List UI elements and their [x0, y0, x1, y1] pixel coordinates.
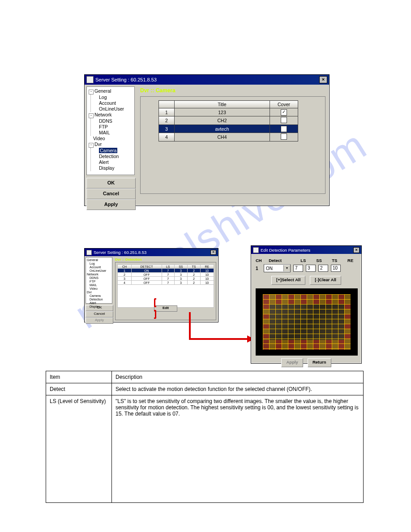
- re-input[interactable]: 10: [331, 265, 341, 272]
- cover-checkbox[interactable]: [281, 133, 287, 140]
- apply-button[interactable]: Apply: [281, 358, 303, 367]
- close-icon[interactable]: ×: [353, 247, 360, 253]
- cell-title[interactable]: 123: [175, 108, 270, 116]
- chevron-down-icon[interactable]: ▾: [283, 265, 290, 271]
- col-ss: SS: [174, 265, 187, 269]
- app-icon: [86, 250, 92, 255]
- tree-dvr[interactable]: Dvr: [94, 142, 102, 147]
- detect-combo[interactable]: ON ▾: [264, 264, 291, 272]
- tree-mail[interactable]: MAIL: [99, 130, 133, 136]
- clear-all-button[interactable]: [-]Clear All: [310, 276, 341, 285]
- detection-video-frame: [256, 288, 358, 356]
- ls-input[interactable]: 7: [293, 265, 303, 272]
- tree-account[interactable]: Account: [90, 266, 111, 269]
- tree-ftp[interactable]: FTP: [90, 280, 111, 283]
- tree-camera[interactable]: Camera: [99, 148, 117, 153]
- window-body: CH Detect LS SS TS RE 1 ON ▾ 7 3 2 10 [+…: [251, 254, 361, 371]
- edit-detection-parameters-window: Edit Detection Parameters × CH Detect LS…: [251, 245, 362, 364]
- cell-title[interactable]: CH2: [175, 116, 270, 125]
- desc-ls: "LS" is to set the sensitivity of compar…: [112, 395, 364, 503]
- tree-network[interactable]: Network: [94, 112, 112, 117]
- param-inputs: 1 ON ▾ 7 3 2 10: [256, 264, 357, 272]
- select-all-button[interactable]: [+]Select All: [271, 276, 305, 285]
- expander-icon[interactable]: -: [89, 90, 94, 94]
- table-row[interactable]: 3 avtech: [159, 125, 298, 133]
- left-pane: General Log Account OnLineUser Network D…: [85, 256, 113, 324]
- camera-table[interactable]: Title Cover 1 123 2 CH2: [158, 100, 298, 142]
- cancel-button[interactable]: Cancel: [86, 311, 113, 317]
- cell-title[interactable]: avtech: [175, 125, 270, 133]
- col-ch: CH: [118, 265, 132, 269]
- detect-value: ON: [264, 266, 283, 271]
- tree-display[interactable]: Display: [99, 165, 133, 171]
- table-row[interactable]: 4OFF73210: [118, 281, 214, 285]
- tree-video[interactable]: Video: [89, 136, 133, 142]
- ts-input[interactable]: 2: [318, 265, 328, 272]
- apply-button[interactable]: Apply: [86, 199, 136, 210]
- table-row[interactable]: 1 123: [159, 108, 298, 116]
- tree-alert[interactable]: Alert: [90, 301, 111, 305]
- ok-button[interactable]: OK: [86, 178, 136, 189]
- table-row[interactable]: 2 CH2: [159, 116, 298, 125]
- return-button[interactable]: Return: [308, 358, 331, 367]
- right-pane: Dvr :: Detection CH DETECT LS SS TS RE 1…: [113, 256, 218, 324]
- cover-checkbox[interactable]: [281, 126, 287, 132]
- tree-mail[interactable]: MAIL: [90, 283, 111, 287]
- tree-general[interactable]: General: [94, 88, 111, 94]
- panel-title: Dvr :: Detection: [115, 257, 216, 262]
- expander-icon[interactable]: -: [89, 113, 94, 118]
- item-detect: Detect: [46, 383, 112, 395]
- window-title: Server Setting : 60.251.8.53: [94, 250, 146, 255]
- app-icon: [86, 76, 94, 83]
- cover-checkbox[interactable]: [281, 117, 287, 123]
- table-row[interactable]: 2OFF73210: [118, 273, 214, 277]
- titlebar: Edit Detection Parameters ×: [251, 246, 361, 254]
- col-blank: [159, 101, 175, 108]
- tree-onlineuser[interactable]: OnLineUser: [99, 106, 133, 112]
- tree-dvr[interactable]: Dvr: [87, 291, 92, 294]
- col-ts: TS: [188, 265, 201, 269]
- tree-detection[interactable]: Detection: [99, 154, 133, 159]
- tree-general[interactable]: General: [87, 258, 98, 262]
- param-labels: CH Detect LS SS TS RE: [256, 257, 357, 263]
- cover-checkbox[interactable]: [281, 109, 287, 116]
- tree-ddns[interactable]: DDNS: [99, 118, 133, 124]
- detection-area-grid[interactable]: [263, 294, 351, 350]
- tree-onlineuser[interactable]: OnLineUser: [90, 269, 111, 273]
- cancel-button[interactable]: Cancel: [86, 189, 136, 199]
- tree-network[interactable]: Network: [87, 273, 98, 276]
- tree-video[interactable]: Video: [90, 287, 111, 291]
- tree-camera[interactable]: Camera: [90, 294, 111, 298]
- expander-icon[interactable]: -: [89, 143, 94, 148]
- cell-title[interactable]: CH4: [175, 133, 270, 142]
- left-pane: -General Log Account OnLineUser -Network…: [85, 85, 137, 212]
- panel-title: Dvr :: Camera: [140, 87, 325, 96]
- tree-log[interactable]: Log: [99, 94, 133, 100]
- label-ss: SS: [316, 258, 325, 263]
- col-re: RE: [200, 265, 214, 269]
- col-ls: LS: [162, 265, 174, 269]
- titlebar: Server Setting : 60.251.8.53 ×: [85, 249, 218, 256]
- label-ts: TS: [332, 258, 341, 263]
- desc-detect: Select to activate the motion detection …: [112, 383, 364, 395]
- edit-button[interactable]: Edit: [154, 305, 177, 312]
- apply-button[interactable]: Apply: [86, 317, 113, 324]
- edit-button-highlight: Edit: [154, 300, 177, 317]
- tree-alert[interactable]: Alert: [99, 159, 133, 165]
- tree-ftp[interactable]: FTP: [99, 124, 133, 130]
- table-row[interactable]: 1ON73210: [118, 269, 214, 273]
- tree-ddns[interactable]: DDNS: [90, 276, 111, 280]
- col-detect: DETECT: [132, 265, 162, 269]
- nav-tree[interactable]: General Log Account OnLineUser Network D…: [86, 257, 112, 304]
- tree-log[interactable]: Log: [90, 262, 111, 266]
- titlebar: Server Setting : 60.251.8.53 ×: [85, 75, 329, 85]
- tree-account[interactable]: Account: [99, 100, 133, 106]
- close-icon[interactable]: ×: [210, 250, 216, 255]
- tree-detection[interactable]: Detection: [90, 298, 111, 301]
- ss-input[interactable]: 3: [306, 265, 316, 272]
- header-item: Item: [46, 371, 112, 383]
- nav-tree[interactable]: -General Log Account OnLineUser -Network…: [86, 86, 135, 175]
- table-row[interactable]: 4 CH4: [159, 133, 298, 142]
- close-icon[interactable]: ×: [319, 76, 327, 83]
- table-row[interactable]: 3OFF73210: [118, 277, 214, 281]
